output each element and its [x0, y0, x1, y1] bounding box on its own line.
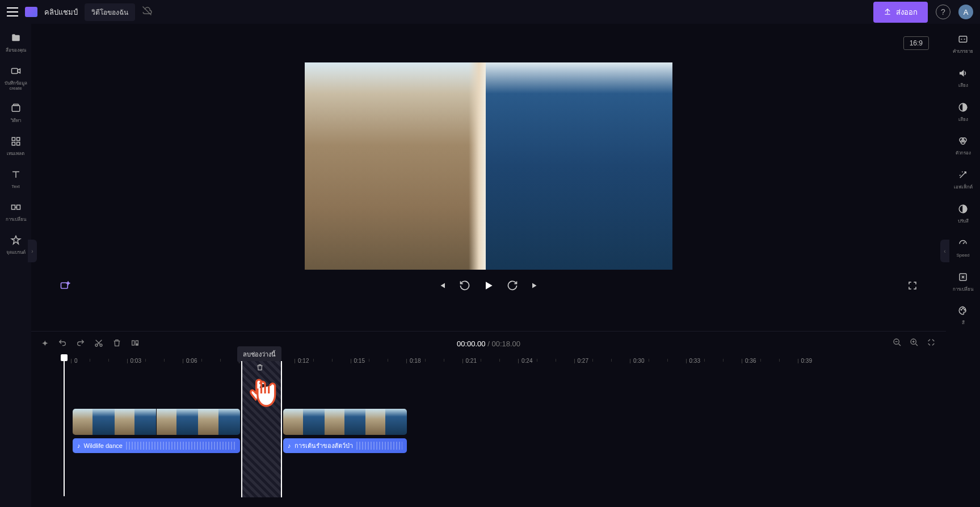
zoom-fit-icon[interactable] — [927, 338, 936, 349]
forward-icon[interactable] — [507, 280, 518, 294]
ruler-tick: 0:03 — [131, 358, 141, 364]
skip-back-icon[interactable] — [436, 280, 447, 294]
svg-rect-8 — [16, 143, 19, 145]
camera-icon — [10, 66, 22, 79]
palette-icon — [957, 305, 969, 319]
fade-icon — [957, 102, 969, 115]
sidebar-media[interactable]: สื่อของคุณ — [0, 32, 31, 55]
svg-rect-6 — [16, 137, 19, 140]
timeline-body[interactable]: 00:030:060:090:120:150:180:210:240:270:3… — [31, 355, 946, 507]
split-icon[interactable] — [131, 338, 140, 349]
help-icon[interactable]: ? — [936, 5, 950, 19]
zoom-out-icon[interactable] — [893, 338, 902, 349]
crop-icon — [957, 272, 969, 285]
sidebar-record[interactable]: บันทึกข้อมูล create — [0, 65, 31, 93]
sidebar-fade[interactable]: เสียง — [946, 101, 980, 124]
app-logo-icon — [25, 7, 37, 17]
ruler-tick: 0:15 — [354, 358, 365, 364]
audio-clip-2[interactable]: ♪ การเต้นรำของสัตว์ป่า — [283, 438, 407, 453]
text-icon — [10, 169, 22, 182]
sidebar-brand[interactable]: จุดแบรนด์ — [0, 234, 31, 257]
rewind-icon[interactable] — [459, 280, 470, 294]
ruler-tick: 0:36 — [745, 358, 756, 364]
grid-icon — [10, 136, 22, 149]
sidebar-audio[interactable]: เสียง — [946, 67, 980, 90]
playhead-line — [64, 360, 65, 496]
menu-icon[interactable] — [7, 7, 18, 16]
filter-icon — [957, 136, 969, 149]
contrast-icon — [957, 204, 969, 217]
sidebar-templates[interactable]: เทมเพลต — [0, 135, 31, 158]
sidebar-library[interactable]: วิดีทา — [0, 102, 31, 125]
zoom-in-icon[interactable] — [910, 338, 919, 349]
transition-icon — [10, 202, 22, 215]
svg-point-27 — [962, 308, 964, 309]
redo-icon[interactable] — [76, 338, 85, 349]
svg-point-16 — [136, 343, 138, 345]
avatar[interactable]: A — [958, 5, 973, 19]
ruler-tick: 0:21 — [466, 358, 477, 364]
svg-rect-10 — [16, 205, 20, 209]
timeline-panel: ⌄ ✦ 00:00.00 / 00:18.00 — [31, 331, 946, 507]
svg-point-28 — [964, 309, 965, 311]
app-header: คลิปแชมป์ วิดีโอของฉัน ส่งออก ? A — [0, 0, 980, 24]
export-button[interactable]: ส่งออก — [873, 2, 928, 23]
ruler-tick: 0:18 — [410, 358, 420, 364]
skip-forward-icon[interactable] — [531, 280, 541, 294]
folder-icon — [10, 33, 22, 46]
sidebar-colors[interactable]: สี — [946, 304, 980, 327]
wand-icon — [957, 170, 969, 183]
svg-rect-19 — [959, 36, 967, 43]
upload-icon — [884, 7, 891, 17]
app-title: คลิปแชมป์ — [44, 6, 78, 18]
speaker-icon — [957, 68, 969, 81]
gap-tooltip: ลบช่องว่างนี้ — [237, 346, 281, 362]
svg-rect-5 — [12, 137, 15, 140]
cloud-off-icon[interactable] — [142, 6, 152, 18]
ruler-tick: 0:12 — [298, 358, 309, 364]
project-tab[interactable]: วิดีโอของฉัน — [85, 3, 135, 21]
expand-right-icon[interactable]: ‹ — [940, 240, 949, 262]
audio-clip-1[interactable]: ♪ Wildlife dance — [73, 438, 240, 453]
sidebar-transition-right[interactable]: การเปลี่ยน — [946, 271, 980, 294]
timeline-ruler[interactable]: 00:030:060:090:120:150:180:210:240:270:3… — [41, 355, 946, 369]
brand-icon — [10, 235, 22, 248]
export-label: ส่งออก — [896, 6, 918, 18]
sidebar-color[interactable]: ปรับสี — [946, 203, 980, 225]
sidebar-effects[interactable]: เอฟเฟ็กต์ — [946, 169, 980, 191]
magic-icon[interactable]: ✦ — [41, 338, 49, 349]
fullscreen-icon[interactable] — [907, 280, 918, 294]
ai-enhance-icon[interactable] — [60, 280, 71, 294]
preview-area: 16:9 — [31, 24, 946, 331]
svg-point-26 — [961, 309, 962, 311]
svg-rect-4 — [13, 104, 18, 106]
library-icon — [10, 103, 22, 116]
sidebar-transitions[interactable]: การเปลี่ยน — [0, 201, 31, 224]
sidebar-text[interactable]: Text — [0, 168, 31, 191]
aspect-ratio-button[interactable]: 16:9 — [903, 36, 929, 50]
right-sidebar: คำบรรยาย เสียง เสียง ตัวกรอง เอฟเฟ็กต์ ป… — [946, 24, 980, 507]
video-preview[interactable] — [305, 62, 672, 270]
sidebar-captions[interactable]: คำบรรยาย — [946, 33, 980, 56]
undo-icon[interactable] — [58, 338, 67, 349]
video-clip-1[interactable] — [73, 409, 240, 435]
sidebar-speed[interactable]: Speed — [946, 237, 980, 259]
ruler-tick: 0:27 — [578, 358, 588, 364]
timeline-time: 00:00.00 / 00:18.00 — [457, 340, 520, 348]
cut-icon[interactable] — [94, 338, 103, 349]
play-icon[interactable] — [483, 280, 494, 294]
svg-rect-3 — [12, 106, 20, 112]
left-sidebar: สื่อของคุณ บันทึกข้อมูล create วิดีทา เท… — [0, 24, 31, 507]
ruler-tick: 0:33 — [689, 358, 700, 364]
waveform — [356, 442, 403, 450]
video-clip-2[interactable] — [283, 409, 407, 435]
trash-icon[interactable] — [256, 363, 264, 373]
ruler-tick: 0 — [74, 358, 78, 364]
speedometer-icon — [957, 238, 969, 251]
delete-icon[interactable] — [112, 338, 121, 349]
waveform — [126, 442, 235, 450]
svg-rect-2 — [11, 68, 18, 73]
captions-icon — [957, 34, 969, 47]
ruler-tick: 0:06 — [186, 358, 197, 364]
sidebar-filters[interactable]: ตัวกรอง — [946, 135, 980, 157]
